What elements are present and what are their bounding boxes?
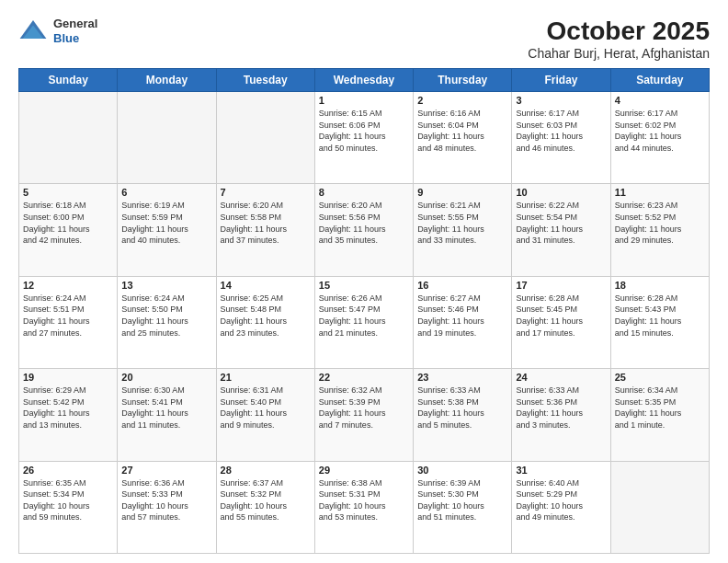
- calendar-cell: 5Sunrise: 6:18 AM Sunset: 6:00 PM Daylig…: [19, 184, 118, 276]
- cell-day-number: 4: [615, 95, 705, 106]
- calendar-cell: 28Sunrise: 6:37 AM Sunset: 5:32 PM Dayli…: [216, 461, 314, 553]
- cell-info-text: Sunrise: 6:21 AM Sunset: 5:55 PM Dayligh…: [417, 200, 507, 246]
- calendar-cell: 10Sunrise: 6:22 AM Sunset: 5:54 PM Dayli…: [512, 184, 610, 276]
- cell-info-text: Sunrise: 6:17 AM Sunset: 6:02 PM Dayligh…: [615, 108, 705, 154]
- calendar-subtitle: Chahar Burj, Herat, Afghanistan: [528, 46, 710, 61]
- calendar-cell: 23Sunrise: 6:33 AM Sunset: 5:38 PM Dayli…: [414, 369, 512, 461]
- calendar-title: October 2025: [528, 17, 710, 46]
- cell-day-number: 11: [615, 187, 705, 198]
- cell-day-number: 7: [221, 187, 311, 198]
- cell-info-text: Sunrise: 6:30 AM Sunset: 5:41 PM Dayligh…: [121, 385, 211, 431]
- cell-day-number: 12: [23, 280, 113, 291]
- cell-info-text: Sunrise: 6:17 AM Sunset: 6:03 PM Dayligh…: [516, 108, 606, 154]
- day-header-thursday: Thursday: [414, 69, 512, 92]
- logo: General Blue: [18, 17, 97, 46]
- calendar-cell: 25Sunrise: 6:34 AM Sunset: 5:35 PM Dayli…: [610, 369, 709, 461]
- day-header-sunday: Sunday: [19, 69, 118, 92]
- cell-day-number: 2: [417, 95, 507, 106]
- cell-info-text: Sunrise: 6:33 AM Sunset: 5:36 PM Dayligh…: [516, 385, 606, 431]
- cell-day-number: 30: [417, 465, 507, 476]
- cell-info-text: Sunrise: 6:24 AM Sunset: 5:51 PM Dayligh…: [23, 293, 113, 339]
- cell-info-text: Sunrise: 6:18 AM Sunset: 6:00 PM Dayligh…: [23, 200, 113, 246]
- week-row-4: 19Sunrise: 6:29 AM Sunset: 5:42 PM Dayli…: [19, 369, 710, 461]
- cell-info-text: Sunrise: 6:38 AM Sunset: 5:31 PM Dayligh…: [319, 477, 409, 523]
- week-row-5: 26Sunrise: 6:35 AM Sunset: 5:34 PM Dayli…: [19, 461, 710, 553]
- calendar-cell: 6Sunrise: 6:19 AM Sunset: 5:59 PM Daylig…: [118, 184, 216, 276]
- cell-info-text: Sunrise: 6:32 AM Sunset: 5:39 PM Dayligh…: [319, 385, 409, 431]
- cell-info-text: Sunrise: 6:19 AM Sunset: 5:59 PM Dayligh…: [121, 200, 211, 246]
- calendar-cell: 19Sunrise: 6:29 AM Sunset: 5:42 PM Dayli…: [19, 369, 118, 461]
- cell-day-number: 19: [23, 372, 113, 383]
- cell-info-text: Sunrise: 6:31 AM Sunset: 5:40 PM Dayligh…: [221, 385, 311, 431]
- calendar-cell: 17Sunrise: 6:28 AM Sunset: 5:45 PM Dayli…: [512, 276, 610, 368]
- cell-day-number: 16: [417, 280, 507, 291]
- week-row-2: 5Sunrise: 6:18 AM Sunset: 6:00 PM Daylig…: [19, 184, 710, 276]
- cell-info-text: Sunrise: 6:20 AM Sunset: 5:56 PM Dayligh…: [319, 200, 409, 246]
- cell-info-text: Sunrise: 6:36 AM Sunset: 5:33 PM Dayligh…: [121, 477, 211, 523]
- day-header-saturday: Saturday: [610, 69, 709, 92]
- logo-blue-text: Blue: [53, 31, 97, 46]
- cell-info-text: Sunrise: 6:16 AM Sunset: 6:04 PM Dayligh…: [417, 108, 507, 154]
- calendar-table: SundayMondayTuesdayWednesdayThursdayFrid…: [18, 68, 710, 554]
- logo-text: General Blue: [53, 17, 97, 45]
- cell-day-number: 9: [417, 187, 507, 198]
- cell-day-number: 27: [121, 465, 211, 476]
- cell-info-text: Sunrise: 6:34 AM Sunset: 5:35 PM Dayligh…: [615, 385, 705, 431]
- cell-day-number: 5: [23, 187, 113, 198]
- cell-info-text: Sunrise: 6:20 AM Sunset: 5:58 PM Dayligh…: [221, 200, 311, 246]
- calendar-cell: 8Sunrise: 6:20 AM Sunset: 5:56 PM Daylig…: [314, 184, 413, 276]
- logo-general-text: General: [53, 17, 97, 31]
- cell-info-text: Sunrise: 6:29 AM Sunset: 5:42 PM Dayligh…: [23, 385, 113, 431]
- cell-day-number: 1: [319, 95, 409, 106]
- cell-day-number: 18: [615, 280, 705, 291]
- cell-info-text: Sunrise: 6:40 AM Sunset: 5:29 PM Dayligh…: [516, 477, 606, 523]
- day-header-tuesday: Tuesday: [216, 69, 314, 92]
- calendar-cell: [19, 92, 118, 184]
- calendar-cell: 31Sunrise: 6:40 AM Sunset: 5:29 PM Dayli…: [512, 461, 610, 553]
- cell-day-number: 13: [121, 280, 211, 291]
- cell-day-number: 26: [23, 465, 113, 476]
- cell-info-text: Sunrise: 6:26 AM Sunset: 5:47 PM Dayligh…: [319, 293, 409, 339]
- cell-info-text: Sunrise: 6:24 AM Sunset: 5:50 PM Dayligh…: [121, 293, 211, 339]
- calendar-cell: [118, 92, 216, 184]
- calendar-cell: [216, 92, 314, 184]
- calendar-cell: 30Sunrise: 6:39 AM Sunset: 5:30 PM Dayli…: [414, 461, 512, 553]
- cell-day-number: 24: [516, 372, 606, 383]
- calendar-cell: 16Sunrise: 6:27 AM Sunset: 5:46 PM Dayli…: [414, 276, 512, 368]
- calendar-cell: 2Sunrise: 6:16 AM Sunset: 6:04 PM Daylig…: [414, 92, 512, 184]
- cell-info-text: Sunrise: 6:28 AM Sunset: 5:45 PM Dayligh…: [516, 293, 606, 339]
- calendar-cell: 13Sunrise: 6:24 AM Sunset: 5:50 PM Dayli…: [118, 276, 216, 368]
- calendar-cell: 4Sunrise: 6:17 AM Sunset: 6:02 PM Daylig…: [610, 92, 709, 184]
- logo-icon: [18, 17, 48, 46]
- calendar-cell: 14Sunrise: 6:25 AM Sunset: 5:48 PM Dayli…: [216, 276, 314, 368]
- cell-info-text: Sunrise: 6:22 AM Sunset: 5:54 PM Dayligh…: [516, 200, 606, 246]
- cell-day-number: 20: [121, 372, 211, 383]
- calendar-cell: 3Sunrise: 6:17 AM Sunset: 6:03 PM Daylig…: [512, 92, 610, 184]
- cell-info-text: Sunrise: 6:25 AM Sunset: 5:48 PM Dayligh…: [221, 293, 311, 339]
- cell-day-number: 22: [319, 372, 409, 383]
- calendar-cell: 11Sunrise: 6:23 AM Sunset: 5:52 PM Dayli…: [610, 184, 709, 276]
- calendar-cell: 21Sunrise: 6:31 AM Sunset: 5:40 PM Dayli…: [216, 369, 314, 461]
- cell-day-number: 8: [319, 187, 409, 198]
- calendar-cell: 12Sunrise: 6:24 AM Sunset: 5:51 PM Dayli…: [19, 276, 118, 368]
- cell-day-number: 3: [516, 95, 606, 106]
- calendar-cell: 1Sunrise: 6:15 AM Sunset: 6:06 PM Daylig…: [314, 92, 413, 184]
- header-row: SundayMondayTuesdayWednesdayThursdayFrid…: [19, 69, 710, 92]
- cell-info-text: Sunrise: 6:15 AM Sunset: 6:06 PM Dayligh…: [319, 108, 409, 154]
- title-block: October 2025 Chahar Burj, Herat, Afghani…: [528, 17, 710, 61]
- cell-day-number: 29: [319, 465, 409, 476]
- cell-day-number: 23: [417, 372, 507, 383]
- cell-day-number: 28: [221, 465, 311, 476]
- cell-day-number: 21: [221, 372, 311, 383]
- calendar-cell: [610, 461, 709, 553]
- calendar-cell: 29Sunrise: 6:38 AM Sunset: 5:31 PM Dayli…: [314, 461, 413, 553]
- cell-day-number: 6: [121, 187, 211, 198]
- day-header-monday: Monday: [118, 69, 216, 92]
- cell-info-text: Sunrise: 6:35 AM Sunset: 5:34 PM Dayligh…: [23, 477, 113, 523]
- cell-info-text: Sunrise: 6:39 AM Sunset: 5:30 PM Dayligh…: [417, 477, 507, 523]
- calendar-cell: 27Sunrise: 6:36 AM Sunset: 5:33 PM Dayli…: [118, 461, 216, 553]
- cell-day-number: 15: [319, 280, 409, 291]
- cell-day-number: 25: [615, 372, 705, 383]
- calendar-cell: 26Sunrise: 6:35 AM Sunset: 5:34 PM Dayli…: [19, 461, 118, 553]
- cell-day-number: 31: [516, 465, 606, 476]
